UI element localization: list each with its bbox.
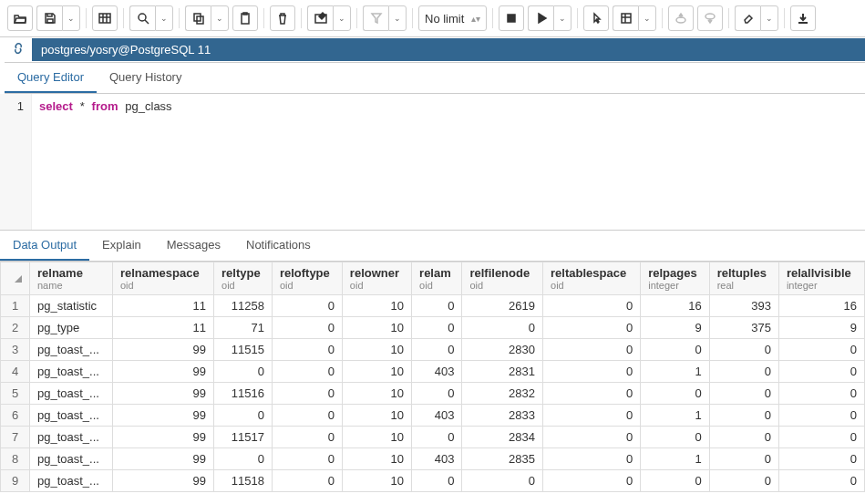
- cell[interactable]: 99: [112, 405, 213, 427]
- cell[interactable]: 10: [342, 361, 411, 383]
- edit-button[interactable]: [307, 5, 333, 31]
- row-number[interactable]: 7: [1, 427, 30, 448]
- find-dropdown[interactable]: ⌄: [155, 5, 173, 31]
- row-number[interactable]: 4: [1, 361, 30, 383]
- cell[interactable]: 99: [112, 361, 213, 383]
- row-number[interactable]: 3: [1, 339, 30, 361]
- cell[interactable]: 11258: [214, 295, 273, 317]
- clear-dropdown[interactable]: ⌄: [760, 5, 778, 31]
- corner-cell[interactable]: [1, 262, 30, 295]
- cell[interactable]: 393: [709, 295, 778, 317]
- table-row[interactable]: 3pg_toast_...9911515010028300000: [1, 339, 865, 361]
- cell[interactable]: 0: [778, 427, 864, 448]
- cell[interactable]: 0: [272, 317, 342, 339]
- table-row[interactable]: 5pg_toast_...9911516010028320000: [1, 383, 865, 405]
- cell[interactable]: 0: [709, 383, 778, 405]
- cell[interactable]: 0: [412, 470, 462, 492]
- filter-button[interactable]: [363, 5, 388, 31]
- table-row[interactable]: 6pg_toast_...99001040328330100: [1, 405, 865, 427]
- cell[interactable]: 10: [342, 295, 411, 317]
- column-header[interactable]: relamoid: [412, 262, 462, 295]
- row-number[interactable]: 2: [1, 317, 30, 339]
- edit-dropdown[interactable]: ⌄: [333, 5, 351, 31]
- column-header[interactable]: relowneroid: [342, 262, 411, 295]
- cell[interactable]: 71: [214, 317, 273, 339]
- find-button[interactable]: [129, 5, 155, 31]
- table-row[interactable]: 9pg_toast_...9911518010000000: [1, 470, 865, 492]
- explain-button[interactable]: [583, 5, 609, 31]
- column-header[interactable]: relnamespaceoid: [112, 262, 213, 295]
- table-row[interactable]: 2pg_type117101000093759: [1, 317, 865, 339]
- tab-notifications[interactable]: Notifications: [233, 231, 324, 261]
- cell[interactable]: 0: [709, 339, 778, 361]
- delete-button[interactable]: [270, 5, 295, 31]
- rollback-button[interactable]: [697, 5, 723, 31]
- cell[interactable]: pg_toast_...: [30, 448, 113, 470]
- cell[interactable]: 0: [272, 383, 342, 405]
- cell[interactable]: 0: [778, 448, 864, 470]
- table-row[interactable]: 4pg_toast_...99001040328310100: [1, 361, 865, 383]
- cell[interactable]: 0: [709, 427, 778, 448]
- cell[interactable]: 0: [412, 427, 462, 448]
- cell[interactable]: 0: [272, 405, 342, 427]
- cell[interactable]: 0: [709, 405, 778, 427]
- cell[interactable]: pg_statistic: [30, 295, 113, 317]
- cell[interactable]: 0: [778, 405, 864, 427]
- cell[interactable]: 11515: [214, 339, 273, 361]
- column-header[interactable]: reloftypeoid: [272, 262, 342, 295]
- clear-button[interactable]: [735, 5, 760, 31]
- cell[interactable]: 0: [543, 405, 641, 427]
- cell[interactable]: 0: [709, 470, 778, 492]
- cell[interactable]: 0: [412, 383, 462, 405]
- row-number[interactable]: 9: [1, 470, 30, 492]
- cell[interactable]: 2619: [462, 295, 543, 317]
- cell[interactable]: 9: [778, 317, 864, 339]
- cell[interactable]: 9: [641, 317, 709, 339]
- tab-data-output[interactable]: Data Output: [0, 231, 89, 261]
- cell[interactable]: 0: [272, 361, 342, 383]
- cell[interactable]: 16: [778, 295, 864, 317]
- cell[interactable]: 10: [342, 317, 411, 339]
- cell[interactable]: 10: [342, 448, 411, 470]
- cell[interactable]: 1: [641, 361, 709, 383]
- table-row[interactable]: 1pg_statistic11112580100261901639316: [1, 295, 865, 317]
- cell[interactable]: 0: [272, 339, 342, 361]
- cell[interactable]: 0: [272, 448, 342, 470]
- cell[interactable]: 0: [778, 383, 864, 405]
- cell[interactable]: 99: [112, 339, 213, 361]
- table-row[interactable]: 8pg_toast_...99001040328350100: [1, 448, 865, 470]
- cell[interactable]: 0: [214, 448, 273, 470]
- run-dropdown[interactable]: ⌄: [553, 5, 572, 31]
- cell[interactable]: 2832: [462, 383, 543, 405]
- row-number[interactable]: 1: [1, 295, 30, 317]
- column-header[interactable]: relnamename: [30, 262, 113, 295]
- row-number[interactable]: 8: [1, 448, 30, 470]
- grid-icon-button[interactable]: [92, 5, 118, 31]
- cell[interactable]: pg_toast_...: [30, 361, 113, 383]
- cell[interactable]: pg_type: [30, 317, 113, 339]
- cell[interactable]: 0: [272, 295, 342, 317]
- cell[interactable]: 0: [543, 295, 641, 317]
- cell[interactable]: 0: [543, 470, 641, 492]
- cell[interactable]: 0: [641, 339, 709, 361]
- row-limit-select[interactable]: No limit ▴▾: [418, 5, 487, 31]
- column-header[interactable]: relpagesinteger: [641, 262, 709, 295]
- cell[interactable]: 0: [412, 317, 462, 339]
- cell[interactable]: 0: [778, 339, 864, 361]
- cell[interactable]: 11517: [214, 427, 273, 448]
- copy-button[interactable]: [185, 5, 211, 31]
- tab-query-history[interactable]: Query History: [97, 63, 194, 93]
- cell[interactable]: 0: [543, 427, 641, 448]
- explain-analyze-button[interactable]: [613, 5, 638, 31]
- cell[interactable]: 10: [342, 427, 411, 448]
- cell[interactable]: 2835: [462, 448, 543, 470]
- column-header[interactable]: reltuplesreal: [709, 262, 778, 295]
- cell[interactable]: 99: [112, 448, 213, 470]
- paste-button[interactable]: [232, 5, 258, 31]
- cell[interactable]: 0: [272, 470, 342, 492]
- row-number[interactable]: 6: [1, 405, 30, 427]
- connection-label[interactable]: postgres/yosry@PostgreSQL 11: [32, 38, 865, 61]
- cell[interactable]: 2831: [462, 361, 543, 383]
- column-header[interactable]: reltablespaceoid: [543, 262, 641, 295]
- cell[interactable]: 0: [778, 470, 864, 492]
